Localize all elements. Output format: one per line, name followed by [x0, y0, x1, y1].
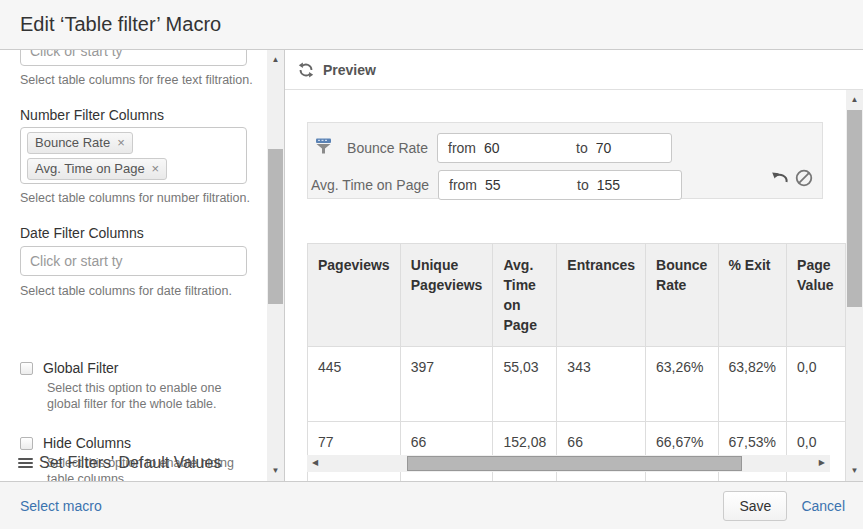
- edit-table-filter-macro-dialog: Edit ‘Table filter’ Macro Select table c…: [0, 0, 863, 529]
- table-cell: 0,0: [787, 347, 846, 422]
- avg-time-to-input[interactable]: [597, 177, 655, 193]
- hide-columns-label: Hide Columns: [43, 435, 131, 451]
- number-filter-help: Select table columns for number filtrati…: [20, 191, 250, 207]
- avg-time-range: from to: [438, 170, 682, 200]
- table-cell: 63,82%: [718, 347, 787, 422]
- avg-time-from-input[interactable]: [485, 177, 577, 193]
- undo-filters-icon[interactable]: [770, 169, 790, 187]
- dialog-header: Edit ‘Table filter’ Macro: [0, 0, 863, 50]
- from-label: from: [449, 177, 477, 193]
- table-cell: 0,0: [787, 422, 846, 482]
- date-filter-help: Select table columns for date filtration…: [20, 284, 232, 300]
- column-header: Entrances: [557, 244, 646, 347]
- table-cell: 445: [308, 347, 401, 422]
- table-row: 77 66 152,08 66 66,67% 67,53% 0,0: [308, 422, 846, 482]
- preview-header: Preview: [285, 50, 863, 90]
- table-row: 445 397 55,03 343 63,26% 63,82% 0,0: [308, 347, 846, 422]
- to-label: to: [577, 177, 589, 193]
- remove-tag-icon[interactable]: ×: [152, 161, 160, 176]
- set-filters-default-values[interactable]: Set Filters' Default Values: [18, 454, 221, 472]
- scroll-up-icon[interactable]: ▲: [846, 96, 863, 104]
- clear-filters-icon[interactable]: [794, 168, 814, 188]
- horizontal-scrollbar[interactable]: ◀ ▶: [307, 455, 830, 472]
- column-header: % Exit: [718, 244, 787, 347]
- preview-body: Bounce Rate from to Avg. Time on Page fr…: [285, 91, 846, 481]
- scroll-down-icon[interactable]: ▼: [267, 467, 284, 475]
- date-filter-columns-input[interactable]: [20, 246, 247, 276]
- from-label: from: [448, 140, 476, 156]
- menu-icon: [18, 458, 33, 468]
- tag-avg-time-on-page: Avg. Time on Page ×: [27, 158, 167, 180]
- column-header: Avg. Time on Page: [493, 244, 557, 347]
- cancel-link[interactable]: Cancel: [801, 498, 845, 514]
- bounce-rate-range: from to: [437, 133, 672, 163]
- table-cell: 152,08: [493, 422, 557, 482]
- table-filter-icon: [315, 138, 332, 158]
- preview-title: Preview: [323, 62, 376, 78]
- column-header: Page Value: [787, 244, 846, 347]
- bounce-rate-from-input[interactable]: [484, 140, 576, 156]
- refresh-icon[interactable]: [298, 62, 314, 78]
- table-cell: 66: [557, 422, 646, 482]
- scroll-up-icon[interactable]: ▲: [267, 56, 284, 64]
- page-title: Edit ‘Table filter’ Macro: [20, 13, 221, 36]
- column-header: Pageviews: [308, 244, 401, 347]
- table-header-row: Pageviews Unique Pageviews Avg. Time on …: [308, 244, 846, 347]
- scroll-down-icon[interactable]: ▼: [846, 467, 863, 475]
- global-filter-checkbox[interactable]: Global Filter: [20, 360, 118, 376]
- scrollbar-thumb[interactable]: [268, 149, 283, 304]
- bounce-rate-to-input[interactable]: [596, 140, 654, 156]
- filter-panel: Bounce Rate from to Avg. Time on Page fr…: [307, 122, 823, 199]
- filter-label: Bounce Rate: [340, 140, 428, 156]
- dialog-footer: Select macro Save Cancel: [0, 481, 863, 529]
- scroll-left-icon[interactable]: ◀: [312, 459, 318, 467]
- macro-settings-sidebar: Select table columns for free text filtr…: [0, 50, 267, 481]
- table-cell: 67,53%: [718, 422, 787, 482]
- checkbox-icon[interactable]: [20, 437, 33, 450]
- tag-label: Avg. Time on Page: [35, 161, 145, 176]
- table-cell: 66,67%: [646, 422, 718, 482]
- preview-vertical-scrollbar[interactable]: ▲ ▼: [846, 90, 863, 481]
- global-filter-help: Select this option to enable one global …: [20, 381, 252, 412]
- filter-row-bounce-rate: Bounce Rate from to: [308, 129, 822, 166]
- set-defaults-label: Set Filters' Default Values: [39, 454, 221, 472]
- free-text-help: Select table columns for free text filtr…: [20, 73, 253, 89]
- table-cell: 63,26%: [646, 347, 718, 422]
- remove-tag-icon[interactable]: ×: [117, 135, 125, 150]
- table-cell: 55,03: [493, 347, 557, 422]
- global-filter-label: Global Filter: [43, 360, 118, 376]
- select-macro-link[interactable]: Select macro: [20, 498, 102, 514]
- table-cell: 397: [400, 347, 493, 422]
- table-cell: 77: [308, 422, 401, 482]
- filter-row-avg-time: Avg. Time on Page from to: [308, 166, 822, 203]
- preview-pane: Preview: [284, 50, 863, 481]
- sidebar-scrollbar[interactable]: ▲ ▼: [267, 50, 284, 481]
- checkbox-icon[interactable]: [20, 362, 33, 375]
- number-filter-columns-label: Number Filter Columns: [20, 107, 164, 123]
- free-text-columns-input[interactable]: [20, 50, 247, 66]
- number-filter-columns-input[interactable]: Bounce Rate × Avg. Time on Page ×: [20, 127, 247, 184]
- scrollbar-thumb[interactable]: [847, 110, 862, 307]
- scroll-right-icon[interactable]: ▶: [819, 459, 825, 467]
- column-header: Unique Pageviews: [400, 244, 493, 347]
- tag-bounce-rate: Bounce Rate ×: [27, 132, 133, 154]
- date-filter-columns-label: Date Filter Columns: [20, 225, 144, 241]
- to-label: to: [576, 140, 588, 156]
- filter-label: Avg. Time on Page: [308, 177, 429, 193]
- tag-label: Bounce Rate: [35, 135, 110, 150]
- hide-columns-checkbox[interactable]: Hide Columns: [20, 435, 131, 451]
- table-cell: 343: [557, 347, 646, 422]
- save-button[interactable]: Save: [723, 491, 787, 521]
- table-cell: 66: [400, 422, 493, 482]
- column-header: Bounce Rate: [646, 244, 718, 347]
- scrollbar-thumb[interactable]: [407, 456, 742, 471]
- preview-table: Pageviews Unique Pageviews Avg. Time on …: [307, 243, 846, 481]
